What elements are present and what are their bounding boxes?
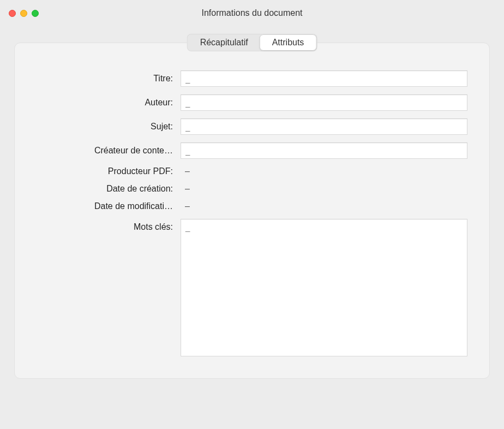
title-label: Titre: (37, 74, 173, 84)
traffic-lights (9, 10, 39, 17)
minimize-icon[interactable] (20, 10, 27, 17)
keywords-label: Mots clés: (37, 219, 173, 232)
title-input[interactable] (181, 70, 467, 87)
window-title: Informations du document (202, 8, 303, 18)
producer-value: – (181, 166, 467, 176)
tab-summary[interactable]: Récapitulatif (188, 35, 260, 50)
creator-label: Créateur de conte… (37, 146, 173, 156)
modified-value: – (181, 201, 467, 211)
creator-input[interactable] (181, 142, 467, 159)
keywords-input[interactable] (181, 219, 467, 356)
tab-switcher: Récapitulatif Attributs (187, 34, 317, 51)
author-label: Auteur: (37, 98, 173, 108)
close-icon[interactable] (9, 10, 16, 17)
maximize-icon[interactable] (32, 10, 39, 17)
created-value: – (181, 184, 467, 194)
subject-label: Sujet: (37, 122, 173, 132)
subject-input[interactable] (181, 118, 467, 135)
titlebar: Informations du document (0, 0, 504, 26)
modified-label: Date de modificati… (37, 201, 173, 211)
attributes-form: Titre: Auteur: Sujet: Créateur de conte…… (37, 70, 467, 356)
author-input[interactable] (181, 94, 467, 111)
attributes-panel: Récapitulatif Attributs Titre: Auteur: S… (14, 43, 490, 379)
producer-label: Producteur PDF: (37, 166, 173, 176)
tab-attributes[interactable]: Attributs (260, 35, 316, 50)
created-label: Date de création: (37, 184, 173, 194)
